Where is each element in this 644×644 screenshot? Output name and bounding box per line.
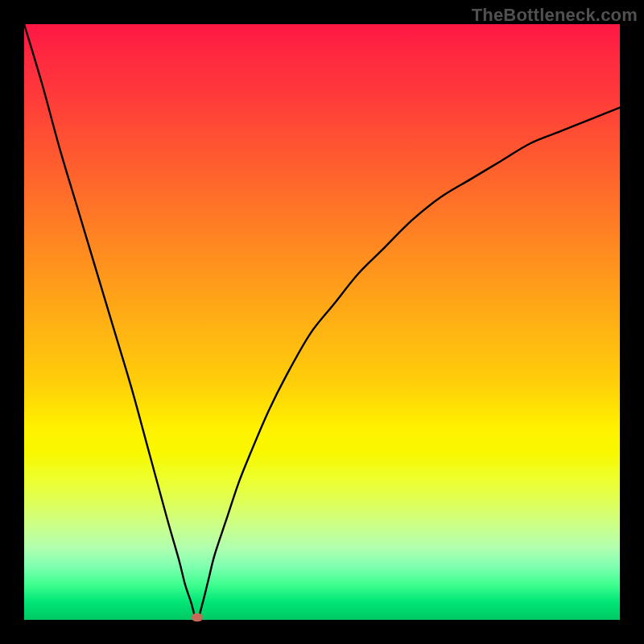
curve-layer: [24, 24, 620, 620]
bottleneck-curve: [24, 24, 620, 620]
attribution-text: TheBottleneck.com: [472, 5, 638, 26]
chart-frame: TheBottleneck.com: [0, 0, 644, 644]
optimum-marker: [192, 613, 203, 621]
